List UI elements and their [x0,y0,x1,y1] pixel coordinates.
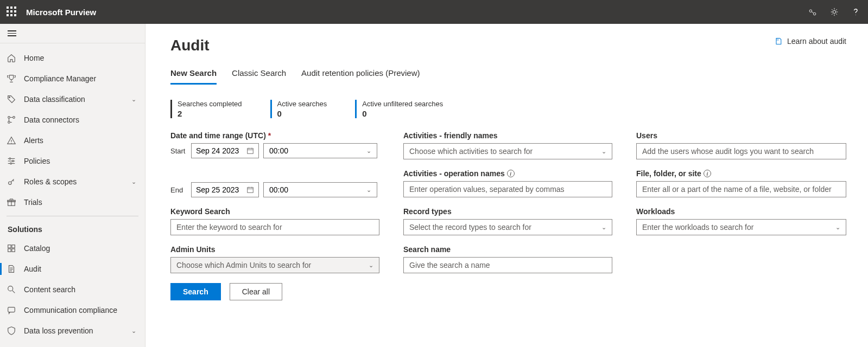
svg-point-11 [12,160,14,162]
field-users: Users [636,131,846,159]
workloads-select[interactable]: Enter the workloads to search for ⌄ [636,219,846,235]
svg-point-9 [9,158,11,159]
sidebar: Home Compliance Manager Data classificat… [0,24,145,347]
tab-audit-retention-policies[interactable]: Audit retention policies (Preview) [301,65,420,85]
stat-label: Searches completed [178,100,242,108]
info-icon[interactable]: i [704,170,711,177]
field-search-name: Search name [403,245,612,273]
sidebar-item-label: Communication compliance [24,306,136,314]
connection-icon[interactable] [807,7,818,17]
chevron-down-icon: ⌄ [366,187,371,194]
sidebar-item-roles-scopes[interactable]: Roles & scopes ⌄ [0,171,145,192]
tab-classic-search[interactable]: Classic Search [232,65,286,85]
svg-rect-18 [12,245,15,248]
chevron-down-icon: ⌄ [131,96,136,103]
stat-searches-completed: Searches completed 2 [170,100,242,118]
users-label: Users [636,131,846,140]
sidebar-item-communication-compliance[interactable]: Communication compliance [0,300,145,320]
sidebar-item-label: Data classification [24,95,124,104]
field-date-time-range: Date and time range (UTC) * Start Sep 24… [170,131,379,197]
sidebar-item-label: Catalog [24,244,136,253]
sidebar-item-data-classification[interactable]: Data classification ⌄ [0,89,145,110]
form-col-1: Date and time range (UTC) * Start Sep 24… [170,131,379,300]
record-types-label: Record types [403,207,612,216]
gear-icon[interactable] [829,7,840,17]
tab-new-search[interactable]: New Search [170,65,217,85]
start-date-input[interactable]: Sep 24 2023 [191,143,259,158]
field-record-types: Record types Select the record types to … [403,207,612,235]
chevron-down-icon: ⌄ [835,224,840,231]
form-grid: Date and time range (UTC) * Start Sep 24… [170,131,846,300]
shield-icon [7,326,16,336]
admin-units-select[interactable]: Choose which Admin Units to search for ⌄ [170,257,379,273]
start-label: Start [170,147,187,155]
calendar-icon [246,147,254,155]
sidebar-item-trials[interactable]: Trials [0,192,145,213]
activities-friendly-select[interactable]: Choose which activities to search for ⌄ [403,143,612,159]
sidebar-item-label: Home [24,54,136,62]
learn-link-label: Learn about audit [787,37,846,46]
sidebar-item-content-search[interactable]: Content search [0,279,145,300]
sidebar-item-label: Compliance Manager [24,74,136,83]
home-icon [7,53,16,63]
stat-active-unfiltered-searches: Active unfiltered searches 0 [355,100,443,118]
svg-point-24 [8,286,13,291]
activities-op-input[interactable] [403,181,612,197]
sidebar-item-label: Trials [24,198,136,207]
brand-title: Microsoft Purview [26,8,96,17]
top-header-right [807,7,861,17]
main-content: Audit Learn about audit New Search Class… [145,24,868,347]
keyword-input[interactable] [170,219,379,235]
svg-rect-20 [12,249,15,252]
sidebar-item-alerts[interactable]: Alerts [0,130,145,151]
help-icon[interactable] [851,7,861,17]
learn-about-audit-link[interactable]: Learn about audit [774,37,846,46]
tag-icon [7,94,16,104]
record-types-select[interactable]: Select the record types to search for ⌄ [403,219,612,235]
sidebar-item-label: Roles & scopes [24,177,124,186]
svg-point-7 [8,121,10,124]
stat-value: 2 [178,109,242,118]
document-icon [7,264,16,274]
end-time-input[interactable]: 00:00 ⌄ [263,182,377,197]
sidebar-item-catalog[interactable]: Catalog [0,238,145,259]
main-layout: Home Compliance Manager Data classificat… [0,24,868,347]
chevron-down-icon: ⌄ [131,178,136,185]
sidebar-item-policies[interactable]: Policies [0,151,145,171]
users-input[interactable] [636,143,846,159]
start-time-input[interactable]: 00:00 ⌄ [263,143,377,158]
end-date-input[interactable]: Sep 25 2023 [191,182,259,197]
search-name-input[interactable] [403,257,612,273]
key-icon [7,177,16,187]
sidebar-item-home[interactable]: Home [0,48,145,68]
sidebar-item-compliance-manager[interactable]: Compliance Manager [0,68,145,89]
sidebar-item-label: Policies [24,157,136,165]
page-title: Audit [170,37,210,54]
svg-rect-27 [248,149,254,154]
stat-value: 0 [362,109,443,118]
sidebar-item-data-loss-prevention[interactable]: Data loss prevention ⌄ [0,320,145,341]
sidebar-item-label: Content search [24,285,136,294]
chevron-down-icon: ⌄ [601,224,606,231]
info-icon[interactable]: i [507,170,515,177]
file-input[interactable] [636,181,846,197]
workloads-label: Workloads [636,207,846,216]
document-link-icon [774,37,783,46]
app-launcher-icon[interactable] [7,7,17,17]
divider [7,216,138,216]
activities-op-label: Activities - operation names i [403,169,612,178]
sidebar-item-data-connectors[interactable]: Data connectors [0,110,145,130]
end-label: End [170,186,187,194]
form-col-3: Users File, folder, or site i Workloads … [636,131,846,245]
admin-units-label: Admin Units [170,245,379,254]
hamburger-icon[interactable] [8,30,16,36]
search-button[interactable]: Search [170,283,221,300]
svg-point-0 [809,10,812,12]
date-label: Date and time range (UTC) * [170,131,379,140]
button-row: Search Clear all [170,283,379,300]
sidebar-item-audit[interactable]: Audit [0,259,145,279]
stat-label: Active searches [277,100,327,108]
chat-icon [7,305,16,315]
field-file-folder-site: File, folder, or site i [636,169,846,197]
clear-all-button[interactable]: Clear all [230,283,282,300]
